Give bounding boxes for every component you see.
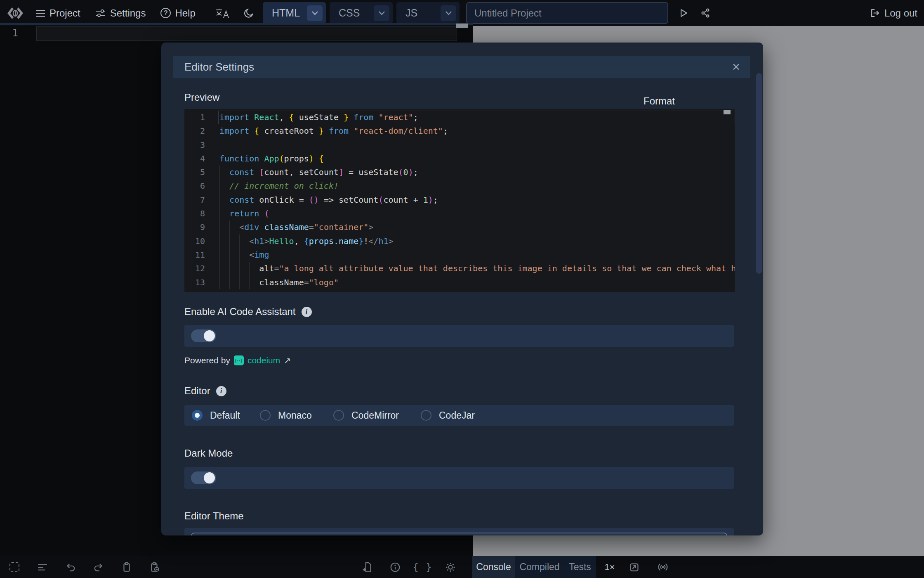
menu-help-label: Help [175,7,195,19]
tab-tests[interactable]: Tests [564,556,596,578]
editor-theme-select[interactable] [191,533,727,535]
settings-button[interactable] [445,561,456,573]
zoom-level[interactable]: 1× [600,556,619,578]
radio-label: CodeJar [439,410,475,421]
code-line: 9 <div className="container"> [184,220,735,234]
tab-console-label: Console [476,561,511,573]
top-toolbar: Project Settings ? Help [0,0,924,26]
menu-settings[interactable]: Settings [95,7,146,19]
tab-js-label: JS [405,7,417,19]
tab-html-label: HTML [272,7,300,19]
dark-mode-toggle[interactable] [191,471,216,484]
radio-label: Monaco [278,410,312,421]
menu-project-label: Project [50,7,80,19]
tab-html[interactable]: HTML [263,2,326,24]
select-all-button[interactable] [9,561,20,573]
popout-icon [629,561,640,573]
tab-css-dropdown[interactable] [374,5,389,21]
zoom-level-label: 1× [604,562,615,573]
view-actions-group: { } [362,556,456,578]
radio-icon [260,410,271,421]
tab-js[interactable]: JS [396,2,460,24]
radio-option-codejar[interactable]: CodeJar [421,405,475,426]
tab-css[interactable]: CSS [330,2,393,24]
code-line: 6 // increment on click! [184,179,735,193]
code-line: 4function App(props) { [184,152,735,166]
editor-line-number: 1 [7,27,18,39]
snippets-button[interactable]: { } [417,561,428,573]
code-scrollbar-thumb[interactable] [724,110,731,114]
tab-compiled-label: Compiled [519,561,559,573]
moon-icon [243,8,254,19]
paste-remove-button[interactable] [149,561,160,573]
popout-preview-button[interactable] [629,556,640,578]
editor-scrollbar-thumb[interactable] [456,24,468,28]
code-line: 1import React, { useState } from "react"… [184,111,735,124]
edit-actions-group [9,556,160,578]
logout-icon [870,8,880,18]
export-file-button[interactable] [362,561,373,573]
info-button[interactable] [389,561,401,573]
code-line: 7 const onClick = () => setCount(count +… [184,193,735,207]
bottom-toolbar: { } Console Compiled Tests [0,556,924,578]
ai-assistant-row [184,325,734,347]
current-line-highlight [36,26,457,41]
ai-assistant-heading: Enable AI Code Assistant i [184,306,312,317]
format-button[interactable]: Format [644,95,675,107]
tab-console[interactable]: Console [472,556,515,578]
code-line: 3 [184,138,735,152]
info-icon[interactable]: i [302,307,312,317]
editor-theme-heading: Editor Theme [184,510,244,522]
copy-button[interactable] [121,561,132,573]
editor-settings-modal: Editor Settings ✕ Preview Format 1import… [161,43,763,535]
tab-compiled[interactable]: Compiled [515,556,564,578]
close-icon[interactable]: ✕ [732,62,740,72]
align-lines-icon [37,562,48,573]
translate-button[interactable] [215,8,229,19]
undo-icon [65,562,76,573]
editor-choice-row: Default Monaco CodeMirror CodeJar [184,405,734,426]
undo-button[interactable] [65,561,76,573]
code-preview-editor[interactable]: 1import React, { useState } from "react"… [184,109,735,292]
radio-option-codemirror[interactable]: CodeMirror [333,405,399,426]
menu-settings-label: Settings [110,7,146,19]
tab-html-dropdown[interactable] [307,5,323,21]
live-reload-button[interactable] [657,556,669,578]
powered-by-line: Powered by (··) codeium ↗ [184,355,291,365]
codeium-logo-icon: (··) [234,355,244,365]
editor-choice-heading: Editor i [184,385,226,397]
tab-js-dropdown[interactable] [441,5,456,21]
codeium-link[interactable]: codeium [248,355,280,365]
powered-by-label: Powered by [184,355,230,365]
external-link-icon: ↗ [284,355,291,365]
clipboard-icon [121,562,132,573]
run-button[interactable] [679,8,689,18]
redo-button[interactable] [93,561,104,573]
ai-assistant-toggle[interactable] [191,329,216,342]
modal-scrollbar-thumb[interactable] [756,73,762,274]
code-line: 8 return ( [184,207,735,220]
menu-help[interactable]: ? Help [160,7,195,19]
dark-mode-toggle-button[interactable] [243,8,254,19]
translate-icon [215,8,229,19]
info-icon[interactable]: i [216,386,226,396]
app-screen: Project Settings ? Help [0,0,924,578]
editor-choice-heading-label: Editor [184,385,210,397]
editor-language-tabs: HTML CSS JS [263,2,460,24]
share-icon[interactable] [700,8,711,18]
radio-option-default[interactable]: Default [192,405,240,426]
tab-tests-label: Tests [569,561,591,573]
radio-option-monaco[interactable]: Monaco [260,405,312,426]
code-line: 10 <h1>Hello, {props.name}!</h1> [184,235,735,248]
project-name-input[interactable]: Untitled Project [466,2,668,24]
logout-button[interactable]: Log out [870,0,917,26]
menu-project[interactable]: Project [35,7,80,19]
code-line: 11 <img [184,248,735,262]
editor-theme-row [184,528,734,535]
modal-titlebar: Editor Settings ✕ [173,56,750,78]
tab-css-label: CSS [339,7,360,19]
run-share-group [679,0,711,26]
chevron-down-icon [445,11,452,15]
radio-icon [333,410,344,421]
format-code-button[interactable] [37,561,48,573]
